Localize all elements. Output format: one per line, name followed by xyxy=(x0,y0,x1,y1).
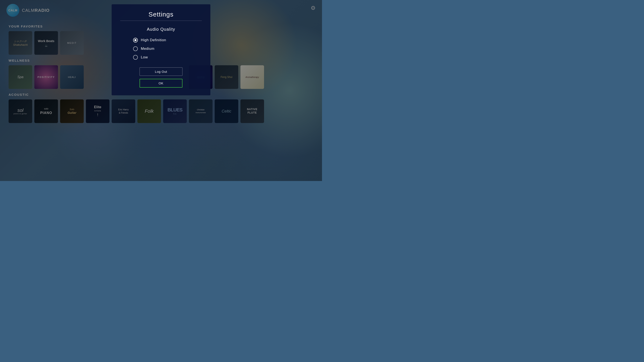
radio-medium[interactable]: Medium xyxy=(133,46,202,51)
radio-low[interactable]: Low xyxy=(133,55,202,60)
radio-label-high-def: High Definition xyxy=(141,38,166,42)
radio-high-definition[interactable]: High Definition xyxy=(133,38,202,42)
radio-label-medium: Medium xyxy=(141,46,154,51)
radio-circle-low xyxy=(133,55,138,60)
settings-modal: Settings Audio Quality High Definition M… xyxy=(112,4,210,95)
modal-divider xyxy=(120,20,202,21)
modal-buttons: Log Out OK xyxy=(120,68,202,88)
radio-circle-medium xyxy=(133,46,138,51)
audio-quality-radio-group: High Definition Medium Low xyxy=(120,38,202,60)
modal-title: Settings xyxy=(148,11,174,18)
settings-overlay: Settings Audio Quality High Definition M… xyxy=(0,0,322,181)
logout-button[interactable]: Log Out xyxy=(140,68,182,76)
radio-label-low: Low xyxy=(141,55,148,60)
ok-button[interactable]: OK xyxy=(140,79,182,88)
radio-circle-high-def xyxy=(133,38,138,42)
audio-quality-label: Audio Quality xyxy=(147,27,175,32)
